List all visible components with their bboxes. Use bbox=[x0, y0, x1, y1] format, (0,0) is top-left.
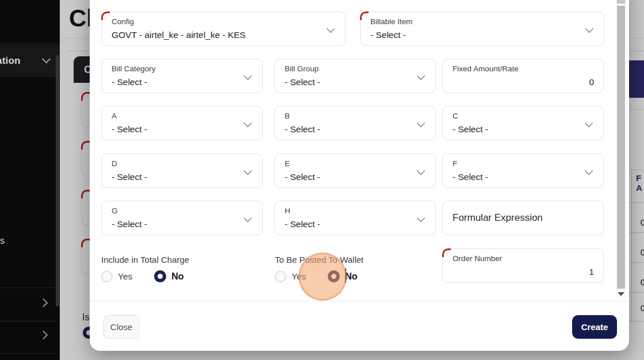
chevron-down-icon bbox=[244, 167, 252, 175]
bill-group-select[interactable]: Bill Group - Select - bbox=[274, 59, 436, 93]
field-label: H bbox=[285, 206, 290, 215]
d-select[interactable]: D - Select - bbox=[101, 154, 263, 188]
field-value: GOVT - airtel_ke - airtel_ke - KES bbox=[112, 30, 246, 40]
field-value: - Select - bbox=[453, 172, 488, 182]
radio-no-label[interactable]: No bbox=[171, 271, 183, 282]
chevron-right-icon bbox=[39, 298, 48, 308]
field-label: A bbox=[112, 112, 117, 120]
field-label: Order Number bbox=[453, 254, 502, 263]
formular-expression-input[interactable]: Formular Expression bbox=[442, 201, 604, 235]
config-select[interactable]: Config GOVT - airtel_ke - airtel_ke - KE… bbox=[101, 12, 346, 46]
sidebar-scrollbar[interactable] bbox=[56, 55, 59, 307]
radio-no-selected[interactable] bbox=[154, 270, 166, 282]
scrollbar-down-icon[interactable] bbox=[618, 292, 624, 296]
chevron-right-icon bbox=[39, 331, 48, 340]
field-value: - Select - bbox=[285, 77, 320, 87]
field-value: - Select - bbox=[112, 172, 147, 182]
billable-item-select[interactable]: Billable Item - Select - bbox=[360, 12, 604, 46]
fixed-amount-rate-input[interactable]: Fixed Amount/Rate 0 bbox=[442, 59, 604, 93]
footer-divider bbox=[90, 301, 629, 301]
field-value: - Select - bbox=[112, 77, 147, 87]
chevron-down-icon bbox=[244, 119, 252, 127]
field-label: C bbox=[453, 112, 458, 120]
field-value: - Select - bbox=[453, 124, 488, 135]
h-select[interactable]: H - Select - bbox=[274, 201, 436, 235]
sidebar-item-configuration[interactable]: ation bbox=[0, 44, 60, 77]
create-button[interactable]: Create bbox=[572, 315, 617, 339]
field-label: B bbox=[285, 112, 290, 120]
g-select[interactable]: G - Select - bbox=[101, 201, 263, 235]
click-highlight-circle bbox=[298, 252, 347, 301]
field-value: - Select - bbox=[285, 219, 320, 229]
chevron-down-icon bbox=[244, 72, 252, 80]
field-value: 1 bbox=[589, 267, 594, 277]
field-label: Config bbox=[112, 17, 134, 26]
order-number-input[interactable]: Order Number 1 bbox=[442, 248, 604, 283]
bill-category-select[interactable]: Bill Category - Select - bbox=[101, 59, 263, 93]
chevron-down-icon bbox=[327, 25, 335, 33]
chevron-down-icon bbox=[417, 72, 425, 80]
sidebar: ation s bbox=[0, 0, 60, 360]
field-label: E bbox=[285, 159, 290, 168]
field-label: F bbox=[453, 159, 457, 168]
radio-yes[interactable] bbox=[101, 271, 113, 282]
field-placeholder: Formular Expression bbox=[453, 212, 543, 224]
radio-yes[interactable] bbox=[275, 271, 286, 282]
chevron-down-icon bbox=[42, 55, 51, 64]
field-label: Billable Item bbox=[370, 17, 413, 26]
create-charge-modal: Config GOVT - airtel_ke - airtel_ke - KE… bbox=[90, 0, 629, 351]
close-button[interactable]: Close bbox=[103, 315, 139, 339]
required-marker bbox=[442, 248, 451, 257]
chevron-down-icon bbox=[417, 119, 425, 127]
chevron-down-icon bbox=[417, 167, 425, 175]
field-value: - Select - bbox=[112, 219, 147, 229]
sidebar-divider bbox=[0, 288, 57, 288]
a-select[interactable]: A - Select - bbox=[101, 106, 263, 140]
f-select[interactable]: F - Select - bbox=[442, 154, 604, 188]
modal-scrollbar-thumb[interactable] bbox=[617, 6, 625, 289]
b-select[interactable]: B - Select - bbox=[274, 106, 436, 140]
sidebar-divider bbox=[0, 43, 60, 44]
field-label: Bill Category bbox=[112, 64, 156, 73]
field-value: - Select - bbox=[112, 124, 147, 135]
radio-no-label[interactable]: No bbox=[345, 271, 357, 282]
chevron-down-icon bbox=[585, 119, 593, 127]
field-label: G bbox=[112, 206, 118, 215]
required-marker bbox=[101, 12, 110, 20]
sidebar-divider bbox=[0, 321, 57, 321]
c-select[interactable]: C - Select - bbox=[442, 106, 604, 140]
field-value: - Select - bbox=[285, 172, 320, 182]
chevron-down-icon bbox=[585, 167, 593, 175]
chevron-down-icon bbox=[585, 25, 593, 33]
sidebar-item-label: ation bbox=[0, 55, 21, 67]
chevron-down-icon bbox=[244, 214, 252, 222]
radio-yes-label[interactable]: Yes bbox=[118, 271, 132, 282]
scrollbar-up-button[interactable] bbox=[617, 0, 625, 3]
app-window: ation s Cl C Is F A 0 0 0 bbox=[0, 0, 644, 360]
sidebar-divider bbox=[0, 353, 57, 354]
field-value: - Select - bbox=[370, 30, 406, 40]
include-in-total-charge-group: Include in Total Charge Yes No bbox=[101, 255, 189, 282]
field-label: Bill Group bbox=[285, 64, 319, 73]
radio-group-label: Include in Total Charge bbox=[101, 255, 189, 265]
required-marker bbox=[360, 12, 369, 20]
field-value: - Select - bbox=[285, 124, 320, 135]
chevron-down-icon bbox=[417, 214, 425, 222]
field-label: D bbox=[112, 159, 117, 168]
sidebar-item-partial[interactable]: s bbox=[0, 236, 5, 246]
e-select[interactable]: E - Select - bbox=[274, 154, 436, 188]
field-value: 0 bbox=[589, 77, 594, 87]
field-label: Fixed Amount/Rate bbox=[453, 64, 519, 73]
